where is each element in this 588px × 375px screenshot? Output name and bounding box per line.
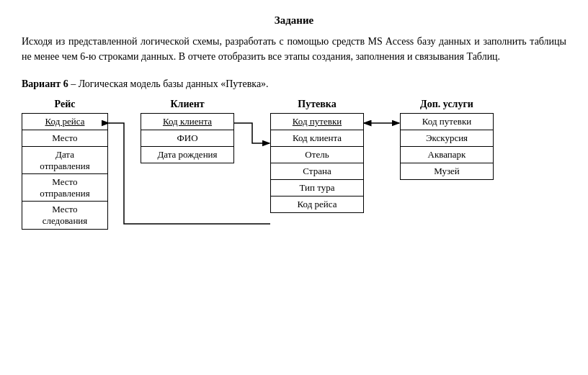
cell-dop-2: Аквапарк — [401, 147, 493, 163]
table-putevka: Код путевки Код клиента Отель Страна Тип… — [270, 113, 364, 213]
headers-row: Рейс Клиент Путевка Доп. услуги — [22, 99, 566, 110]
table-klient: Код клиента ФИО Дата рождения — [141, 113, 234, 163]
cell-putevka-0: Код путевки — [271, 114, 363, 130]
variant-rest: – Логическая модель базы данных «Путевка… — [68, 78, 269, 89]
variant-bold: Вариант 6 — [22, 78, 68, 89]
cell-reys-0: Код рейса — [22, 114, 107, 130]
cell-putevka-3: Страна — [271, 163, 363, 180]
header-dop: Доп. услуги — [400, 99, 494, 110]
table-reys: Код рейса Место Датаотправления Местоотп… — [22, 113, 108, 230]
table-dop: Код путевки Экскурсия Аквапарк Музей — [400, 113, 494, 180]
cell-putevka-1: Код клиента — [271, 130, 363, 147]
cell-reys-2: Датаотправления — [22, 147, 107, 174]
cell-reys-3: Местоотправления — [22, 174, 107, 202]
cell-putevka-5: Код рейса — [271, 196, 363, 212]
header-reys: Рейс — [22, 99, 108, 110]
task-title: Задание — [22, 14, 566, 27]
cell-reys-4: Местоследования — [22, 202, 107, 228]
header-putevka: Путевка — [270, 99, 364, 110]
cell-putevka-2: Отель — [271, 147, 363, 163]
cell-putevka-4: Тип тура — [271, 180, 363, 196]
header-klient: Клиент — [141, 99, 234, 110]
cell-klient-1: ФИО — [141, 130, 233, 147]
cell-reys-1: Место — [22, 130, 107, 147]
cell-klient-2: Дата рождения — [141, 147, 233, 163]
cell-dop-1: Экскурсия — [401, 130, 493, 147]
schema-wrapper: Рейс Клиент Путевка Доп. услуги Код рейс… — [22, 99, 566, 230]
tables-row: Код рейса Место Датаотправления Местоотп… — [22, 113, 566, 230]
cell-klient-0: Код клиента — [141, 114, 233, 130]
cell-dop-0: Код путевки — [401, 114, 493, 130]
cell-dop-3: Музей — [401, 163, 493, 179]
task-text: Исходя из представленной логической схем… — [22, 34, 566, 64]
variant-title: Вариант 6 – Логическая модель базы данны… — [22, 78, 566, 90]
